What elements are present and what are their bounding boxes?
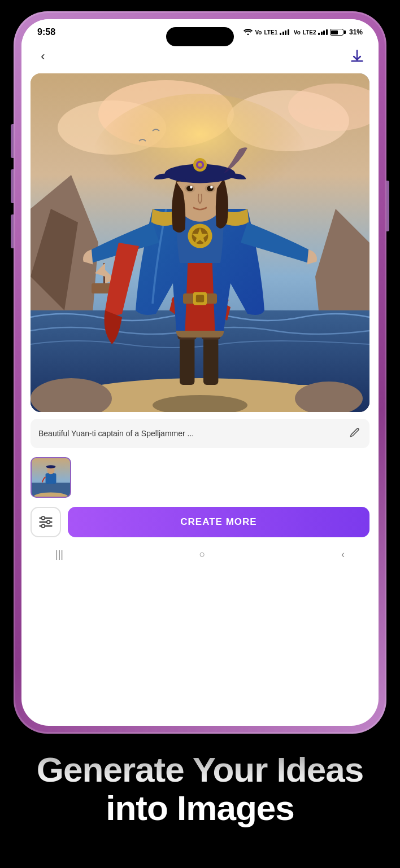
battery-percent: 31% [349,28,363,36]
recent-apps-icon[interactable]: ||| [55,549,63,560]
settings-button[interactable] [31,507,61,537]
create-more-label: CREATE MORE [180,516,256,528]
tagline-line2: into Images [37,789,363,827]
wifi-icon [244,28,253,36]
tagline-section: Generate Your Ideas into Images [25,734,375,844]
back-icon: ‹ [41,49,45,64]
dynamic-island [166,27,234,46]
home-indicator: ||| ○ ‹ [21,544,379,571]
back-button[interactable]: ‹ [33,46,53,67]
nav-bar: ‹ [21,42,379,73]
thumbnail-row [21,453,379,502]
settings-icon [38,514,54,530]
edit-icon [347,427,360,440]
silent-button [11,214,14,248]
lte2-label: Vo [294,29,301,36]
signal-bars-2 [318,29,328,35]
status-time: 9:58 [37,27,55,37]
edit-prompt-button[interactable] [346,426,362,441]
lte2-text: LTE2 [303,29,316,36]
prompt-section: Beautiful Yuan-ti captain of a Spelljamm… [21,412,379,453]
tagline-line1: Generate Your Ideas [37,751,363,789]
lte1-label: Vo [255,29,262,36]
power-button [386,181,389,231]
back-gesture-icon[interactable]: ‹ [341,549,345,560]
svg-rect-28 [196,295,204,302]
svg-point-53 [41,516,45,520]
status-icons: Vo LTE1 Vo LTE2 [244,28,363,36]
svg-rect-47 [46,473,56,484]
main-image-container [21,73,379,412]
volume-down-button [11,169,14,203]
main-image [31,73,369,412]
volume-up-button [11,124,14,158]
svg-point-49 [46,465,56,468]
phone-screen: 9:58 Vo LTE1 Vo LTE2 [21,19,379,726]
svg-point-55 [41,524,45,528]
prompt-text: Beautiful Yuan-ti captain of a Spelljamm… [38,429,341,438]
pirate-illustration [31,73,369,412]
svg-point-54 [47,520,50,524]
prompt-bar: Beautiful Yuan-ti captain of a Spelljamm… [31,419,369,448]
phone-wrapper: 9:58 Vo LTE1 Vo LTE2 [14,11,386,734]
svg-point-37 [210,186,213,188]
svg-point-41 [198,163,202,166]
download-icon [349,49,365,64]
download-button[interactable] [347,46,367,67]
action-bar: CREATE MORE [21,502,379,544]
battery-icon [330,29,346,36]
lte1-text: LTE1 [264,29,277,36]
signal-bars-1 [280,29,289,35]
svg-point-36 [190,186,193,188]
thumbnail-item-1[interactable] [31,457,71,498]
home-icon[interactable]: ○ [199,549,206,560]
thumbnail-pirate-icon [32,458,70,497]
svg-point-0 [247,34,249,36]
create-more-button[interactable]: CREATE MORE [68,507,369,537]
